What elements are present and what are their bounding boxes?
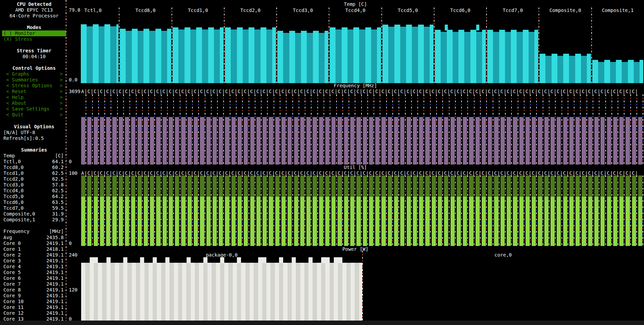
power-spike	[220, 257, 224, 263]
summary-row-core-3: Core 32419.1	[2, 258, 66, 264]
temp-section-tccd6-0: Tccd6,0	[434, 8, 487, 83]
summary-row-core-8: Core 82419.1	[2, 287, 66, 293]
summary-row-core-5: Core 52419.1	[2, 270, 66, 275]
summary-row-tccd1-0: Tccd1,062.5	[2, 170, 66, 176]
summary-row-tctl-0: Tctl,064.1	[2, 159, 66, 165]
util-bars-bright	[81, 197, 644, 246]
temp-spike	[476, 25, 479, 31]
sidebar-menu-reset[interactable]: < Reset>	[2, 89, 66, 94]
summary-row-tccd8-0: Tccd8,060.2	[2, 165, 66, 170]
temp-section-separator	[119, 8, 119, 83]
power-spike	[94, 257, 98, 263]
summary-row-avg: Avg2435.8	[2, 235, 66, 240]
temp-section-separator	[486, 8, 487, 83]
power-axis-mid: 120	[69, 287, 77, 293]
temp-bars	[81, 24, 118, 83]
temp-graph: Tctl,0Tccd8,0Tccd1,0Tccd2,0Tccd3,0Tccd4,…	[67, 8, 644, 83]
temp-section-label: Tccd6,0	[434, 8, 487, 13]
summary-row-core-9: Core 92419.1	[2, 293, 66, 299]
temp-section-composite-0: Composite,0	[539, 8, 591, 83]
power-spike	[123, 257, 127, 263]
sidebar-text-00-04-10: 00:04:10	[2, 54, 66, 60]
mode-option-stress[interactable]: (X) Stress	[2, 36, 66, 42]
sidebar-heading-modes: Modes	[2, 25, 66, 30]
summary-row-tccd5-0: Tccd5,064.2	[2, 194, 66, 199]
temp-section-label: Tccd8,0	[119, 8, 172, 13]
temp-section-label: Composite,0	[539, 8, 591, 13]
power-spike	[203, 257, 207, 263]
summary-row-tccd2-0: Tccd2,062.5	[2, 176, 66, 182]
freq-graph-title: Frequency [MHz]	[67, 83, 644, 89]
freq-core-header: A|C|C|C|C|C|C|C|C|C|C|C|C|C|C|C|C|C|C|C|…	[81, 89, 644, 94]
temp-section-separator	[381, 8, 382, 83]
sidebar-menu-stress-options[interactable]: < Stress Options>	[2, 83, 66, 89]
sidebar-menu-quit[interactable]: < Quit>	[2, 112, 66, 118]
summary-row-tccd4-0: Tccd4,062.5	[2, 188, 66, 194]
temp-section-separator	[329, 8, 329, 83]
summary-row-composite-1: Composite,129.9	[2, 217, 66, 223]
temp-section-composite-1: Composite,1	[592, 8, 644, 83]
summary-row-tccd6-0: Tccd6,063.5	[2, 199, 66, 205]
sidebar-menu-save-settings[interactable]: < Save Settings>	[2, 106, 66, 112]
temp-bars	[330, 27, 381, 83]
temp-section-separator	[434, 8, 434, 83]
summary-row-core-13: Core 132419.1	[2, 316, 66, 322]
mode-option-monitor[interactable]: ( ) Monitor	[2, 30, 66, 36]
temp-section-separator	[591, 8, 592, 83]
temp-section-label: Composite,1	[592, 8, 644, 13]
power-spike	[90, 257, 94, 263]
power-spike	[325, 257, 329, 263]
sidebar-heading-cpu-detected: CPU Detected	[2, 1, 66, 7]
temp-spike	[445, 25, 448, 31]
power-bars-package	[81, 263, 362, 321]
temp-section-separator	[224, 8, 225, 83]
temp-graph-title: Temp [C]	[67, 1, 644, 7]
temp-section-separator	[539, 8, 539, 83]
power-spike	[187, 257, 191, 263]
s-tui-terminal: Temp [C] 79.8 0.0 Frequency [MHz] 3699 0…	[0, 0, 644, 325]
sidebar-heading-summaries: Summaries	[2, 147, 66, 153]
summary-row-composite-0: Composite,031.9	[2, 211, 66, 217]
power-spike	[153, 257, 157, 263]
power-spike	[292, 257, 296, 263]
summary-row-tccd7-0: Tccd7,059.5	[2, 205, 66, 211]
summary-row-core-7: Core 72419.1	[2, 281, 66, 287]
temp-section-label: Tccd1,0	[172, 8, 224, 13]
sidebar-menu-about[interactable]: < About>	[2, 100, 66, 106]
summary-row-tccd3-0: Tccd3,057.8	[2, 182, 66, 188]
temp-bars	[120, 29, 171, 83]
sidebar-option-n-a-utf-8: [N/A] UTF-8	[2, 130, 66, 135]
freq-axis-max: 3699	[69, 89, 80, 94]
util-axis-max: 100	[69, 170, 77, 176]
sidebar-menu-graphs[interactable]: < Graphs>	[2, 71, 66, 77]
summary-row-frequency: Frequency[MHz]	[2, 229, 66, 234]
temp-bars	[225, 27, 276, 83]
temp-bars	[592, 60, 643, 83]
power-spike	[334, 257, 338, 263]
temp-section-label: Tccd2,0	[224, 8, 277, 13]
temp-section-label: Tccd3,0	[277, 8, 329, 13]
power-section-separator	[362, 251, 363, 321]
sidebar-menu-summaries[interactable]: < Summaries>	[2, 77, 66, 83]
util-axis-min: 0	[69, 240, 72, 246]
power-spike	[321, 257, 325, 263]
summary-row-core-12: Core 122419.1	[2, 310, 66, 316]
sidebar-heading-visual-options: Visual Options	[2, 124, 66, 130]
temp-section-tccd3-0: Tccd3,0	[277, 8, 329, 83]
temp-section-tccd1-0: Tccd1,0	[172, 8, 224, 83]
sidebar-heading-stress-timer: Stress Timer	[2, 48, 66, 54]
temp-bars	[435, 30, 486, 83]
temp-bars	[540, 54, 591, 83]
temp-section-separator	[172, 8, 172, 83]
freq-bars	[81, 117, 644, 165]
temp-section-label: Tccd5,0	[382, 8, 434, 13]
power-axis-max: 240	[69, 252, 77, 258]
summary-row-core-4: Core 42419.1	[2, 264, 66, 270]
temp-section-label: Tctl,0	[67, 8, 119, 13]
power-spike	[165, 257, 169, 263]
temp-bars	[277, 31, 328, 83]
bottom-edge	[0, 321, 644, 325]
sidebar-menu-help[interactable]: < Help>	[2, 94, 66, 100]
temp-section-separator	[276, 8, 277, 83]
power-spike	[237, 257, 241, 263]
